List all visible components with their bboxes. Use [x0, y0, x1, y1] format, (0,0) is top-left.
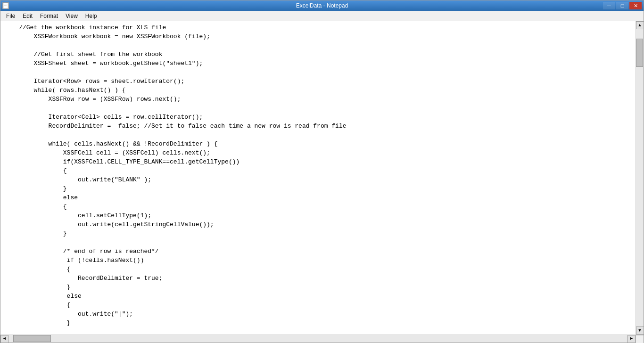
code-content[interactable]: //Get the workbook instance for XLS file…: [0, 21, 636, 335]
menu-format[interactable]: Format: [36, 12, 62, 20]
scroll-up-button[interactable]: ▲: [636, 21, 644, 29]
scrollbar-h-container: ◄ ►: [0, 335, 644, 343]
app-icon: [2, 2, 9, 9]
menu-help[interactable]: Help: [82, 12, 101, 20]
scroll-v-track[interactable]: [636, 29, 644, 327]
title-bar: ExcelData - Notepad ─ □ ✕: [0, 0, 644, 11]
scrollbar-corner: [636, 335, 644, 343]
window-title: ExcelData - Notepad: [0, 2, 644, 9]
scroll-left-button[interactable]: ◄: [0, 335, 8, 343]
vertical-scrollbar: ▲ ▼: [636, 21, 644, 335]
menu-edit[interactable]: Edit: [19, 12, 36, 20]
minimize-button[interactable]: ─: [603, 2, 615, 9]
menu-view[interactable]: View: [62, 12, 82, 20]
maximize-button[interactable]: □: [616, 2, 628, 9]
svg-rect-3: [4, 6, 7, 6]
menu-file[interactable]: File: [2, 12, 19, 20]
scroll-right-button[interactable]: ►: [627, 335, 636, 343]
code-text: //Get the workbook instance for XLS file…: [0, 23, 636, 327]
scroll-v-thumb[interactable]: [636, 39, 643, 67]
scroll-h-track[interactable]: [8, 335, 627, 343]
horizontal-scrollbar: ◄ ►: [0, 335, 636, 343]
svg-rect-2: [4, 5, 8, 5]
notepad-icon: [3, 3, 8, 8]
menu-bar: File Edit Format View Help: [0, 11, 644, 21]
title-bar-left: [2, 2, 9, 9]
scroll-h-thumb[interactable]: [13, 335, 51, 342]
editor-area: //Get the workbook instance for XLS file…: [0, 21, 644, 335]
scroll-down-button[interactable]: ▼: [636, 327, 644, 335]
svg-rect-1: [4, 4, 8, 4]
close-button[interactable]: ✕: [629, 2, 642, 9]
window-controls: ─ □ ✕: [603, 2, 642, 9]
notepad-window: ExcelData - Notepad ─ □ ✕ File Edit Form…: [0, 0, 644, 343]
